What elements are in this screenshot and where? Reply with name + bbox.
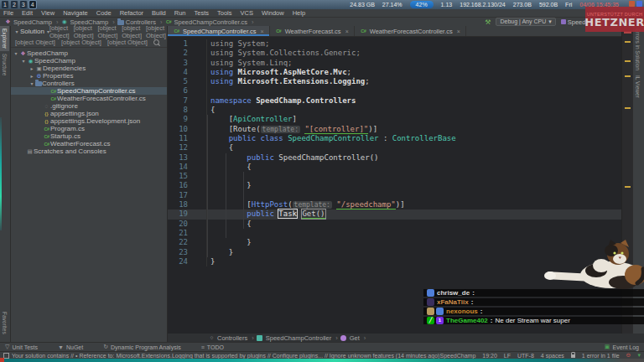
tree-chevron-icon[interactable]: ▸	[29, 73, 35, 79]
tool-tab[interactable]: Errors in Solution	[633, 26, 642, 73]
code-line[interactable]: 12 {	[168, 143, 632, 153]
code-line[interactable]: 18 [HttpPost(template: "/speedchamp")]	[168, 200, 632, 209]
workspace-item[interactable]: 4	[29, 1, 36, 8]
menu-item[interactable]: Build	[152, 9, 166, 17]
code-line[interactable]: 14 {	[168, 163, 632, 172]
tray-icon-1[interactable]	[629, 1, 635, 7]
menu-item[interactable]: Window	[262, 9, 284, 17]
inspections-off-icon[interactable]: ⊖	[626, 352, 631, 359]
code-line[interactable]: 8 {	[168, 106, 632, 115]
menu-item[interactable]: VCS	[241, 9, 253, 17]
menu-item[interactable]: View	[41, 9, 55, 17]
menu-item[interactable]: File	[3, 9, 13, 17]
code-line[interactable]: 7 namespace SpeedChamp.Controllers	[168, 96, 632, 106]
toolbar-icon[interactable]: [object Object]	[15, 39, 55, 46]
code-area[interactable]: 1 using System; 2 using System.Collectio…	[168, 39, 632, 266]
tool-tab-structure[interactable]: Structure	[0, 51, 9, 78]
tree-chevron-icon[interactable]: ▾	[13, 50, 19, 56]
code-line[interactable]: 20 {	[168, 220, 632, 229]
code-line[interactable]: 4 using Microsoft.AspNetCore.Mvc;	[168, 68, 632, 77]
workspace-item[interactable]: 3	[20, 1, 27, 8]
status-caret-position[interactable]: 19:20	[482, 353, 497, 359]
workspace-number[interactable]: 3	[20, 1, 27, 8]
tool-tab-favorites[interactable]: Favorites	[0, 309, 9, 337]
tree-row[interactable]: ▸ Dependencies	[11, 65, 167, 72]
stripe-warning-mark[interactable]	[625, 186, 631, 188]
solution-panel-title[interactable]: Solution	[20, 28, 44, 35]
stripe-warning-mark[interactable]	[625, 75, 631, 77]
tree-row[interactable]: Program.cs	[11, 125, 167, 132]
code-line[interactable]: 9 [ApiController]	[168, 115, 632, 124]
toolbar-icon[interactable]: [object Object]	[107, 39, 148, 46]
build-hammer-icon[interactable]: ⚒	[485, 18, 491, 26]
editor-tab[interactable]: WeatherForecast.cs ×	[270, 26, 355, 36]
panel-header-icon[interactable]: [object Object]	[74, 24, 94, 39]
toolbar-icon[interactable]: [object Object]	[61, 39, 101, 46]
stripe-warning-mark[interactable]	[625, 107, 631, 109]
panel-header-icon[interactable]: [object Object]	[146, 24, 166, 39]
menu-item[interactable]: Tools	[217, 9, 232, 17]
tree-row[interactable]: SpeedChampController.cs	[11, 87, 167, 95]
tree-row[interactable]: appsettings.json	[11, 110, 167, 117]
status-project[interactable]: SpeedChamp	[439, 353, 475, 359]
tool-tab-explorer[interactable]: Explorer	[0, 26, 9, 51]
code-line[interactable]: 11 public class SpeedChampController : C…	[168, 134, 632, 143]
code-line[interactable]: 3 using System.Linq;	[168, 59, 632, 68]
status-line-separator[interactable]: LF	[504, 353, 511, 359]
tray-icon-2[interactable]	[636, 1, 642, 7]
expand-status-icon[interactable]: ▾	[637, 352, 641, 359]
search-icon[interactable]	[153, 39, 159, 45]
breadcrumb-item[interactable]: SpeedChampController.cs ›	[165, 18, 257, 26]
status-indent[interactable]: 4 spaces	[541, 353, 564, 359]
workspace-number[interactable]: 1	[2, 1, 8, 8]
tree-row[interactable]: Scratches and Consoles	[11, 147, 167, 155]
panel-header-icon[interactable]: [object Object]	[97, 24, 117, 39]
code-line[interactable]: 16 }	[168, 181, 632, 190]
code-line[interactable]: 15	[168, 172, 632, 181]
panel-header-icon[interactable]: [object Object]	[49, 24, 70, 39]
code-line[interactable]: 1 using System;	[168, 39, 632, 49]
close-icon[interactable]: ×	[457, 28, 460, 34]
menu-item[interactable]: Run	[174, 9, 186, 17]
tree-row[interactable]: WeatherForecast.cs	[11, 140, 167, 147]
panel-header-icon[interactable]: [object Object]	[122, 24, 142, 39]
status-encoding[interactable]: UTF-8	[517, 353, 534, 359]
menu-item[interactable]: Navigate	[63, 9, 88, 17]
tree-chevron-icon[interactable]: ▾	[29, 80, 35, 86]
stripe-warning-mark[interactable]	[625, 41, 631, 43]
tree-row[interactable]: .gitignore	[11, 102, 167, 110]
close-icon[interactable]: ×	[345, 28, 349, 34]
tree-chevron-icon[interactable]: ▸	[29, 65, 35, 71]
stripe-warning-mark[interactable]	[625, 60, 631, 62]
status-message[interactable]: Your solution contains // • Reference to…	[3, 353, 439, 359]
tool-tab[interactable]: IL Viewer	[633, 73, 642, 101]
menu-item[interactable]: Code	[96, 9, 112, 17]
tool-window-button[interactable]: ▼ NuGet	[58, 344, 83, 350]
event-log-button[interactable]: ▣ Event Log	[605, 344, 639, 350]
lock-icon[interactable]	[571, 354, 575, 358]
tool-window-button[interactable]: ↻ Dynamic Program Analysis	[103, 344, 181, 350]
workspace-item[interactable]: 1	[2, 1, 8, 8]
tool-window-button[interactable]: ≡ TODO	[201, 344, 224, 350]
tree-row[interactable]: WeatherForecastController.cs	[11, 95, 167, 102]
tree-row[interactable]: ▾ SpeedChamp	[11, 57, 167, 65]
tree-row[interactable]: ▾ Controllers	[11, 80, 167, 87]
build-configuration-select[interactable]: Debug | Any CPU ▾	[496, 18, 555, 26]
workspace-number[interactable]: 4	[29, 1, 36, 8]
tree-row[interactable]: appsettings.Development.json	[11, 117, 167, 125]
code-line[interactable]: 6	[168, 86, 632, 96]
code-line[interactable]: 19 public Task Get()	[168, 209, 632, 219]
code-line[interactable]: 5 using Microsoft.Extensions.Logging;	[168, 77, 632, 86]
tree-row[interactable]: ▸ Properties	[11, 72, 167, 80]
close-icon[interactable]: ×	[261, 28, 264, 34]
menu-item[interactable]: Refactor	[120, 9, 143, 17]
editor-breadcrumb-item[interactable]: Get ›	[340, 334, 369, 342]
tool-window-button[interactable]: ▽ Unit Tests	[5, 344, 38, 350]
code-line[interactable]: 17	[168, 191, 632, 200]
tree-row[interactable]: ▾ SpeedChamp · 1 project	[11, 49, 167, 57]
workspace-number[interactable]: 2	[11, 1, 18, 8]
code-line[interactable]: 13 public SpeedChampController()	[168, 153, 632, 163]
menu-item[interactable]: Help	[293, 9, 305, 17]
menu-item[interactable]: Tests	[195, 9, 210, 17]
code-line[interactable]: 10 [Route(template: "[controller]")]	[168, 125, 632, 134]
